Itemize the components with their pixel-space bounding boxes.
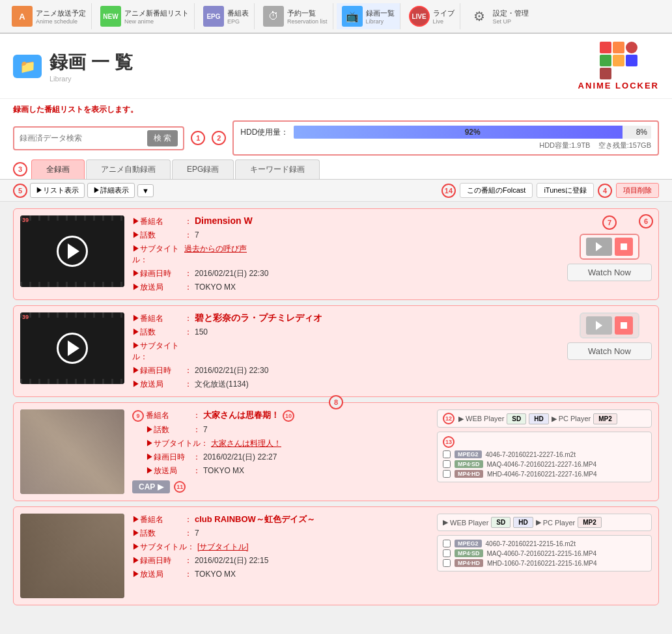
label-title-2: ▶番組名 [132, 313, 184, 324]
badge-mpeg2: MPEG2 [455, 450, 482, 458]
badge-4-mp4hd: MP4·HD [455, 559, 483, 567]
hd-button-4[interactable]: HD [513, 517, 533, 528]
label-date-3: ▶録画日時 [146, 452, 193, 463]
record-info-3: 9 番組名 ： 大家さんは思春期！ 10 ▶話数 ： 7 ▶サブタイトル： 大家… [132, 409, 429, 493]
station-4: TOKYO MX [195, 570, 236, 579]
file-name-mp4sd: MAQ-4046-7-20160221-2227-16.MP4 [487, 461, 596, 468]
sd-button-4[interactable]: SD [491, 517, 511, 528]
watch-now-button-1[interactable]: Watch Now [567, 264, 652, 281]
anime-locker-text: ANIME LOCKER [578, 81, 659, 90]
nav-item-reservation[interactable]: ⏱ 予約一覧 Reservation list [258, 3, 333, 29]
label-date-1: ▶録画日時 [132, 268, 184, 279]
nav-item-library[interactable]: 📺 録画一覧 Library [337, 3, 400, 29]
record-thumb-1[interactable]: 39 [20, 215, 124, 287]
nav-item-live[interactable]: LIVE ライブ Live [404, 3, 460, 29]
nav-live-sub: Live [433, 18, 455, 25]
station-3: TOKYO MX [203, 466, 244, 475]
circle-3: 3 [13, 162, 27, 176]
file-item-4-mp4sd: MP4·SD MAQ-4060-7-20160221-2215-16.MP4 [443, 549, 646, 557]
nav-epg-main: 番組表 [227, 8, 249, 18]
episodes-4: 7 [195, 529, 199, 538]
badge-mp4sd: MP4·SD [455, 460, 483, 468]
file-name-mpeg2: 4046-7-20160221-2227-16.m2t [486, 451, 576, 458]
list-view-button[interactable]: ▶リスト表示 [30, 183, 85, 198]
episodes-3: 7 [203, 425, 208, 434]
record-thumb-4[interactable] [20, 514, 124, 598]
circle-4: 4 [598, 184, 612, 198]
tab-auto[interactable]: アニメ自動録画 [86, 159, 171, 179]
detail-view-button[interactable]: ▶詳細表示 [87, 183, 135, 198]
file-name-4-mpeg2: 4060-7-20160221-2215-16.m2t [486, 540, 576, 547]
circle-8: 8 [329, 395, 343, 409]
search-button[interactable]: 検 索 [147, 130, 178, 146]
file-checkbox-4-mp4sd[interactable] [443, 549, 451, 557]
file-item-mpeg2: MPEG2 4046-7-20160221-2227-16.m2t [443, 450, 646, 458]
nav-anime-schedule-main: アニメ放送予定 [36, 8, 86, 18]
tab-epg[interactable]: EPG録画 [172, 159, 234, 179]
file-name-4-mp4hd: MHD-1060-7-20160221-2215-16.MP4 [487, 560, 596, 567]
file-checkbox-mp4hd[interactable] [443, 470, 451, 478]
folcast-button[interactable]: この番組のFolcast [460, 183, 533, 198]
nav-item-new-anime[interactable]: NEW アニメ新番組リスト New anime [95, 3, 195, 29]
label-date-4: ▶録画日時 [132, 555, 184, 566]
label-ep-3: ▶話数 [146, 424, 193, 435]
nav-library-sub: Library [366, 18, 395, 25]
label-sub-1: ▶サブタイトル： [132, 243, 184, 266]
label-station-2: ▶放送局 [132, 379, 184, 390]
hdd-section: HDD使用量： 92% 8% HDD容量:1.9TB 空き残量:157GB [232, 120, 659, 156]
watch-now-button-2[interactable]: Watch Now [567, 342, 652, 360]
title-3: 大家さんは思春期！ [203, 409, 279, 421]
mp2-button-4[interactable]: MP2 [578, 517, 602, 528]
circle-5: 5 [13, 184, 27, 198]
content-area: 6 39 ▶番組名 ： Dimension W ▶話数 ： 7 ▶サブタイトル： [0, 202, 672, 617]
circle-1: 1 [191, 131, 205, 145]
nav-new-anime-sub: New anime [124, 18, 189, 25]
tabs-row: 3 全録画 アニメ自動録画 EPG録画 キーワード録画 [0, 159, 672, 180]
player-buttons-2 [580, 312, 639, 338]
record-info-2: ▶番組名 ： 碧と彩奈のラ・プチミレディオ ▶話数 ： 150 ▶サブタイトル：… [132, 312, 559, 390]
delete-button[interactable]: 項目削除 [616, 183, 659, 198]
label-sub-3: ▶サブタイトル： [146, 438, 211, 449]
stop-button-2[interactable] [615, 316, 633, 335]
play-button-2[interactable] [586, 316, 612, 335]
nav-item-anime-schedule[interactable]: A アニメ放送予定 Anime schedule [7, 3, 92, 29]
play-button-1[interactable] [586, 238, 612, 256]
badge-mp4hd: MP4·HD [455, 470, 483, 478]
title-4: club RAINBOW～虹色デイズ～ [195, 514, 315, 525]
record-thumb-3[interactable] [20, 409, 124, 494]
file-item-4-mpeg2: MPEG2 4060-7-20160221-2215-16.m2t [443, 540, 646, 547]
circle-9: 9 [132, 410, 144, 422]
page-title: 録画 一 覧 [49, 50, 133, 75]
mp2-button-3[interactable]: MP2 [593, 413, 617, 424]
badge-4-mp4sd: MP4·SD [455, 549, 483, 557]
description-text: 録画した番組リストを表示します。 [13, 104, 659, 115]
circle-13: 13 [443, 436, 455, 448]
nav-item-epg[interactable]: EPG 番組表 EPG [198, 3, 255, 29]
circle-7: 7 [602, 215, 617, 230]
file-checkbox-mpeg2[interactable] [443, 450, 451, 458]
file-checkbox-mp4sd[interactable] [443, 460, 451, 468]
file-name-mp4hd: MHD-4046-7-20160221-2227-16.MP4 [487, 471, 596, 478]
stop-button-1[interactable] [615, 238, 633, 256]
hd-button-3[interactable]: HD [529, 413, 548, 424]
nav-item-settings[interactable]: ⚙ 設定・管理 Set UP [464, 3, 534, 29]
search-input[interactable] [20, 133, 143, 143]
file-checkbox-4-mpeg2[interactable] [443, 540, 451, 547]
label-ep-1: ▶話数 [132, 230, 184, 241]
badge-4-mpeg2: MPEG2 [455, 540, 482, 547]
label-title-3: 番組名 [146, 410, 193, 421]
sd-button-3[interactable]: SD [507, 413, 526, 424]
subtitle-3: 大家さんは料理人！ [211, 438, 281, 449]
search-container: 検 索 [13, 126, 184, 150]
episodes-2: 150 [195, 327, 208, 337]
filter-button[interactable]: ▼ [137, 184, 154, 197]
tab-keyword[interactable]: キーワード録画 [235, 159, 320, 179]
tab-all[interactable]: 全録画 [31, 159, 85, 179]
file-name-4-mp4sd: MAQ-4060-7-20160221-2215-16.MP4 [487, 550, 596, 557]
record-thumb-2[interactable]: 39 [20, 312, 124, 384]
itunes-button[interactable]: iTunesに登録 [537, 183, 594, 198]
record-item-3: 8 9 番組名 ： 大家さんは思春期！ 10 ▶話数 ： 7 ▶サブタイトル： [13, 402, 659, 501]
file-checkbox-4-mp4hd[interactable] [443, 559, 451, 567]
epg-icon: EPG [203, 6, 224, 27]
cap-button[interactable]: CAP ▶ [132, 480, 170, 493]
